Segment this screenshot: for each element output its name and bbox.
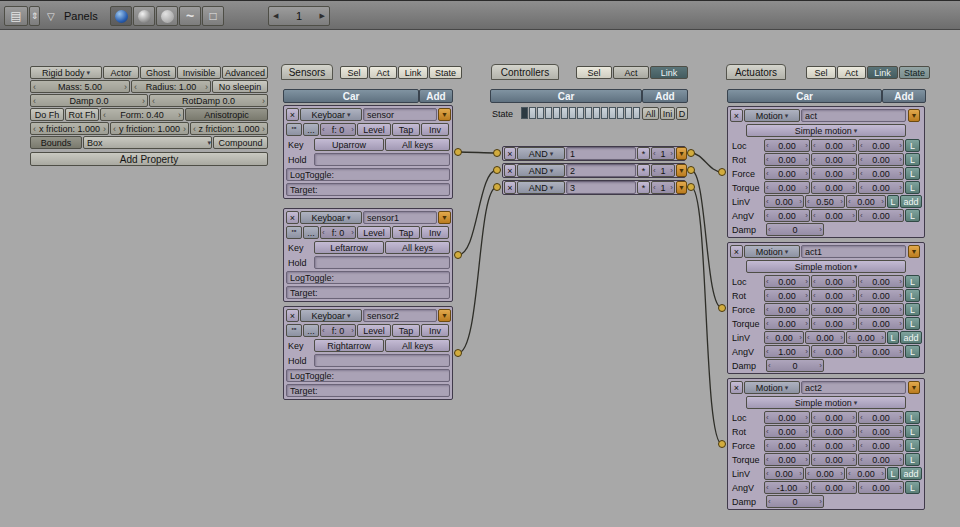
force-x-field[interactable]: 0.00 <box>764 303 810 316</box>
actuator-input-socket[interactable] <box>719 305 726 312</box>
all-keys-button[interactable]: All keys <box>385 339 450 352</box>
angv-z-field[interactable]: 0.00 <box>858 481 904 494</box>
hold-field[interactable] <box>314 354 450 367</box>
sensor-type-dropdown[interactable]: Keyboar▾ <box>300 309 362 322</box>
actuator-input-socket[interactable] <box>719 169 726 176</box>
controllers-filter-sel[interactable]: Sel <box>576 66 612 79</box>
angv-y-field[interactable]: 0.00 <box>811 481 857 494</box>
tap-button[interactable]: Tap <box>392 324 420 337</box>
linv-z-field[interactable]: 0.00 <box>846 195 886 208</box>
controller-state-stepper[interactable]: 1 <box>651 147 675 160</box>
state-all-button[interactable]: All <box>642 107 659 120</box>
rot-y-field[interactable]: 0.00 <box>811 153 857 166</box>
angv-local-toggle[interactable]: L <box>905 481 920 494</box>
do-fh-toggle[interactable]: Do Fh <box>30 108 64 121</box>
state-toggle[interactable] <box>609 107 616 119</box>
motion-mode-dropdown[interactable]: Simple motion▾ <box>746 124 906 137</box>
sensors-tab[interactable]: Sensors <box>281 64 333 80</box>
logtoggle-field[interactable]: LogToggle: <box>286 271 450 284</box>
torque-local-toggle[interactable]: L <box>905 317 920 330</box>
target-field[interactable]: Target: <box>286 286 450 299</box>
target-field[interactable]: Target: <box>286 183 450 196</box>
rot-z-field[interactable]: 0.00 <box>858 153 904 166</box>
panels-collapse-icon[interactable]: ▽ <box>47 9 55 23</box>
frame-stepper[interactable]: ◀ 1 ▶ <box>268 6 330 26</box>
level-button[interactable]: Level <box>357 226 391 239</box>
editor-type-button[interactable]: ▤ <box>4 6 28 26</box>
linv-local-toggle[interactable]: L <box>887 331 899 344</box>
actuator-delete-button[interactable]: × <box>730 109 743 122</box>
torque-y-field[interactable]: 0.00 <box>811 317 857 330</box>
state-toggle[interactable] <box>585 107 592 119</box>
force-local-toggle[interactable]: L <box>905 167 920 180</box>
sensor-collapse-button[interactable]: ▼ <box>438 309 451 322</box>
rot-y-field[interactable]: 0.00 <box>811 289 857 302</box>
key-binding-button[interactable]: Uparrow <box>314 138 384 151</box>
controller-mark-button[interactable]: * <box>637 181 650 194</box>
world-context-button[interactable] <box>156 6 178 26</box>
rot-x-field[interactable]: 0.00 <box>764 425 810 438</box>
actuator-input-socket[interactable] <box>719 441 726 448</box>
freq-field[interactable]: f: 0 <box>320 324 356 337</box>
controller-input-socket[interactable] <box>494 167 501 174</box>
key-binding-button[interactable]: Rightarrow <box>314 339 384 352</box>
loc-z-field[interactable]: 0.00 <box>858 139 904 152</box>
angv-local-toggle[interactable]: L <box>905 209 920 222</box>
loc-z-field[interactable]: 0.00 <box>858 275 904 288</box>
force-x-field[interactable]: 0.00 <box>764 167 810 180</box>
state-toggle[interactable] <box>569 107 576 119</box>
state-toggle[interactable] <box>601 107 608 119</box>
all-keys-button[interactable]: All keys <box>385 241 450 254</box>
no-sleeping-toggle[interactable]: No sleepin <box>212 80 268 93</box>
actuator-name-field[interactable]: act1 <box>801 245 906 258</box>
rot-z-field[interactable]: 0.00 <box>858 289 904 302</box>
form-field[interactable]: Form: 0.40 <box>100 108 184 121</box>
rot-x-field[interactable]: 0.00 <box>764 153 810 166</box>
linv-x-field[interactable]: 0.00 <box>764 331 804 344</box>
angv-local-toggle[interactable]: L <box>905 345 920 358</box>
sensor-output-socket[interactable] <box>455 149 462 156</box>
sensors-filter-act[interactable]: Act <box>369 66 397 79</box>
sensor-delete-button[interactable]: × <box>286 211 299 224</box>
angv-x-field[interactable]: 0.00 <box>764 209 810 222</box>
actuator-delete-button[interactable]: × <box>730 381 743 394</box>
sensors-add-button[interactable]: Add <box>419 89 453 103</box>
logtoggle-field[interactable]: LogToggle: <box>286 369 450 382</box>
ghost-toggle[interactable]: Ghost <box>140 66 176 79</box>
rotdamp-slider[interactable]: RotDamp 0.0 <box>149 94 268 107</box>
loc-x-field[interactable]: 0.00 <box>764 275 810 288</box>
target-field[interactable]: Target: <box>286 384 450 397</box>
loc-local-toggle[interactable]: L <box>905 139 920 152</box>
force-z-field[interactable]: 0.00 <box>858 167 904 180</box>
rot-z-field[interactable]: 0.00 <box>858 425 904 438</box>
rot-local-toggle[interactable]: L <box>905 425 920 438</box>
controller-mark-button[interactable]: * <box>637 164 650 177</box>
controller-type-dropdown[interactable]: AND▾ <box>517 181 565 194</box>
controllers-tab[interactable]: Controllers <box>491 64 559 80</box>
linv-x-field[interactable]: 0.00 <box>764 467 804 480</box>
state-toggle[interactable] <box>521 107 528 119</box>
torque-z-field[interactable]: 0.00 <box>858 181 904 194</box>
tap-button[interactable]: Tap <box>392 123 420 136</box>
frame-prev-icon[interactable]: ◀ <box>273 12 278 20</box>
controller-delete-button[interactable]: × <box>504 147 516 160</box>
logtoggle-field[interactable]: LogToggle: <box>286 168 450 181</box>
sensors-filter-sel[interactable]: Sel <box>340 66 368 79</box>
pulse-false-button[interactable]: ... <box>303 324 319 337</box>
state-d-button[interactable]: D <box>676 107 688 120</box>
sensors-filter-link[interactable]: Link <box>398 66 428 79</box>
controller-output-socket[interactable] <box>688 150 695 157</box>
actuators-object-header[interactable]: Car <box>727 89 882 103</box>
rot-fh-toggle[interactable]: Rot Fh <box>65 108 99 121</box>
angv-z-field[interactable]: 0.00 <box>858 209 904 222</box>
controller-type-dropdown[interactable]: AND▾ <box>517 147 565 160</box>
sensor-name-field[interactable]: sensor1 <box>363 211 437 224</box>
linv-z-field[interactable]: 0.00 <box>846 467 886 480</box>
friction-z-field[interactable]: z friction: 1.000 <box>190 122 268 135</box>
loc-local-toggle[interactable]: L <box>905 411 920 424</box>
radius-field[interactable]: Radius: 1.00 <box>131 80 211 93</box>
object-context-button[interactable]: ~ <box>179 6 201 26</box>
angv-y-field[interactable]: 0.00 <box>811 345 857 358</box>
controller-menu-button[interactable]: ▼ <box>676 164 687 177</box>
hold-field[interactable] <box>314 153 450 166</box>
